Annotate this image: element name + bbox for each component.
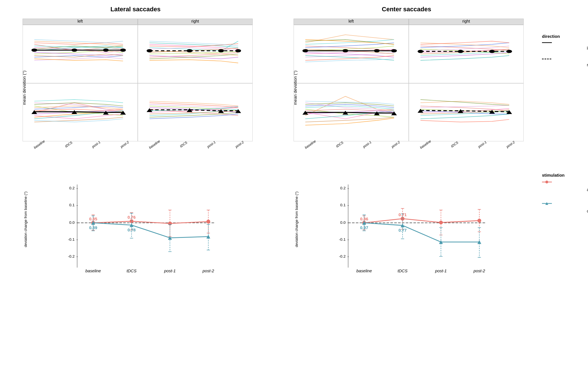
cx-label-post2-2: post-2 [506,140,515,149]
svg-text:tDCS: tDCS [397,269,407,273]
legend-direction-right: right [542,57,585,72]
svg-text:-0.1: -0.1 [339,237,346,242]
svg-point-70 [374,49,380,52]
svg-text:baseline: baseline [86,269,101,273]
lower-right-y-label: deviation change from baseline (°) [294,205,299,247]
legend-anodal: anodal [542,180,585,200]
x-label-post2-2: post-2 [235,140,244,149]
svg-text:post-1: post-1 [164,269,176,273]
svg-text:0.89: 0.89 [89,225,97,230]
stimulation-legend-title: stimulation [542,173,585,177]
legend-direction-left-label: left [587,46,588,51]
cx-label-post1-2: post-1 [477,140,487,149]
right-col-header-right: right [409,19,524,25]
svg-point-2 [103,49,109,52]
svg-text:-0.2: -0.2 [339,254,346,258]
svg-text:-0.2: -0.2 [68,254,75,258]
svg-point-5 [187,49,192,52]
lower-right-svg: 0.2 0.1 0.0 -0.1 -0.2 baseline tDCS post… [294,178,531,274]
svg-point-68 [302,49,308,52]
direction-legend-title: direction [542,34,585,39]
svg-text:0.78: 0.78 [128,228,136,232]
cx-label-tdcs-2: tDCS [450,141,459,148]
svg-text:0.1: 0.1 [69,203,75,207]
svg-text:0.86: 0.86 [360,217,368,221]
x-label-tdcs-2: tDCS [179,141,188,148]
svg-text:0.0: 0.0 [69,220,75,225]
svg-text:post-2: post-2 [202,269,214,273]
x-label-tdcs-1: tDCS [64,141,73,148]
facet-center-anodal-left [294,25,409,83]
svg-text:post-2: post-2 [473,269,485,273]
svg-point-71 [391,49,397,52]
svg-point-115 [477,219,481,223]
svg-point-3 [120,49,126,52]
svg-text:0.2: 0.2 [340,186,346,190]
cx-label-tdcs-1: tDCS [335,141,344,148]
svg-point-139 [545,181,548,183]
svg-text:0.77: 0.77 [399,228,407,233]
facet-center-cathodal-left [294,83,409,142]
svg-point-114 [439,221,443,225]
facet-anodal-left-lateral [23,25,138,83]
x-label-post2-1: post-2 [120,140,130,149]
lower-right-chart: deviation change from baseline (°) 0.2 0… [294,178,531,274]
cx-label-post1-1: post-1 [362,140,372,149]
svg-text:-0.1: -0.1 [68,237,75,242]
left-col-header-left: left [23,19,138,25]
legend-panel: direction left right stimulation [539,6,585,363]
svg-text:0.2: 0.2 [69,186,75,190]
right-col-header-left: left [294,19,409,25]
facet-anodal-right-lateral: anodal [138,25,253,83]
svg-text:0.85: 0.85 [89,217,97,221]
legend-cathodal: cathodal [542,201,585,221]
svg-text:0.97: 0.97 [360,225,368,230]
svg-point-0 [31,49,37,52]
svg-text:post-1: post-1 [435,269,447,273]
cx-label-post2-1: post-2 [391,140,401,149]
svg-text:baseline: baseline [357,269,372,273]
svg-point-4 [147,49,152,52]
svg-text:0.76: 0.76 [128,215,136,220]
left-panel-title: Lateral saccades [3,6,268,13]
svg-point-74 [489,50,495,53]
legend-cathodal-label: cathodal [587,209,588,213]
svg-point-7 [235,49,241,52]
x-label-post1-2: post-1 [206,140,216,149]
facet-cathodal-right-lateral: cathodal [138,83,253,142]
legend-direction-right-label: right [587,63,588,67]
facet-center-anodal-right: anodal [409,25,524,83]
svg-text:0.0: 0.0 [340,220,346,225]
x-label-post1-1: post-1 [91,140,101,149]
legend-direction-left: left [542,41,585,56]
lower-left-y-label: deviation change from baseline (°) [23,205,28,247]
svg-point-75 [506,50,512,53]
right-panel-title: Center saccades [274,6,539,13]
lower-left-svg: 0.2 0.1 0.0 -0.1 -0.2 baseline tDCS post… [23,178,260,274]
svg-point-73 [458,50,463,53]
svg-text:0.71: 0.71 [399,212,407,217]
facet-center-cathodal-right: cathodal [409,83,524,142]
legend-anodal-label: anodal [587,187,588,192]
facet-cathodal-left-lateral [23,83,138,142]
svg-point-1 [71,49,77,52]
left-col-header-right: right [138,19,253,25]
lower-left-chart: deviation change from baseline (°) 0.2 0… [23,178,260,274]
svg-point-72 [417,50,423,53]
svg-text:0.1: 0.1 [340,203,346,207]
svg-text:tDCS: tDCS [126,269,136,273]
svg-point-6 [218,49,224,52]
svg-point-47 [206,220,210,223]
svg-point-69 [342,49,348,52]
